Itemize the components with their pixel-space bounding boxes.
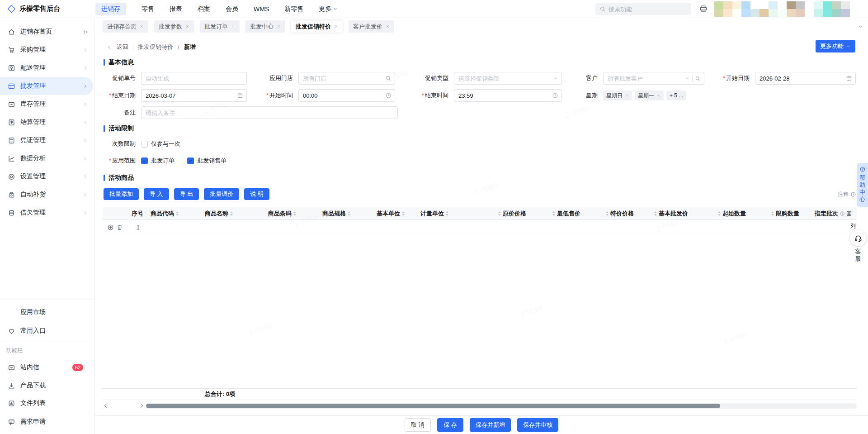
promo-no-input[interactable] (142, 72, 246, 84)
close-icon[interactable] (657, 94, 660, 97)
nav-dangan[interactable]: 档案 (198, 5, 210, 13)
chevron-left-icon[interactable] (107, 44, 112, 50)
remark-input[interactable] (142, 107, 397, 119)
weekday-more-tag[interactable]: + 5 ... (666, 91, 686, 100)
export-button[interactable]: 导 出 (174, 188, 199, 200)
start-time-input[interactable] (299, 90, 395, 101)
save-button[interactable]: 保 存 (437, 418, 463, 432)
save-and-new-button[interactable]: 保存并新增 (470, 418, 511, 432)
sidebar-item-file-list[interactable]: 文件列表 (0, 394, 93, 412)
sort-icon[interactable] (176, 211, 179, 216)
end-time-input[interactable] (454, 90, 561, 101)
col-measure-unit[interactable]: 计量单位 (417, 210, 467, 218)
close-icon[interactable] (625, 94, 629, 97)
checkbox-label[interactable]: 批发销售单 (197, 157, 226, 165)
tab-wholesale-center[interactable]: 批发中心 (245, 20, 285, 33)
sidebar-item-wholesale[interactable]: 批发管理 (0, 77, 93, 95)
tab-wholesale-params[interactable]: 批发参数 (154, 20, 194, 33)
sort-icon[interactable] (552, 211, 555, 216)
close-icon[interactable] (185, 24, 189, 29)
save-and-audit-button[interactable]: 保存并审核 (517, 418, 558, 432)
help-center-tab[interactable]: 帮助中心 (857, 163, 868, 207)
sort-icon[interactable] (293, 211, 296, 216)
sidebar-item-request[interactable]: 需求申请 (0, 413, 93, 431)
sort-icon[interactable] (230, 211, 233, 216)
chevron-down-icon[interactable] (684, 76, 690, 81)
sidebar-collapse-icon[interactable] (82, 29, 89, 35)
nav-jinxiaocun[interactable]: 进销存 (95, 3, 126, 15)
sidebar-item-app-market[interactable]: 应用市场 (0, 303, 93, 321)
checkbox-label[interactable]: 仅参与一次 (151, 140, 180, 148)
instructions-button[interactable]: 说 明 (244, 188, 269, 200)
close-icon[interactable] (277, 24, 281, 29)
info-icon[interactable] (840, 211, 845, 216)
more-functions-button[interactable]: 更多功能 (816, 40, 855, 52)
col-start-qty[interactable]: 起始数量 (692, 210, 750, 218)
customer-service-widget[interactable]: 客服 (849, 230, 867, 262)
scrollbar-track[interactable] (146, 403, 857, 409)
col-original-price[interactable]: 原价价格 (467, 210, 530, 218)
chevron-down-icon[interactable] (553, 76, 558, 81)
breadcrumb-parent[interactable]: 批发促销特价 (138, 43, 173, 51)
sidebar-item-favorites[interactable]: 常用入口 (0, 322, 93, 340)
nav-huiyuan[interactable]: 会员 (226, 5, 238, 13)
printer-icon[interactable] (699, 4, 708, 14)
times-limit-checkbox[interactable] (141, 141, 148, 148)
col-product-name[interactable]: 商品名称 (201, 210, 264, 218)
annotation-toggle[interactable]: 注释 (838, 191, 856, 198)
tab-wholesale-promo-price[interactable]: 批发促销特价 (291, 20, 343, 33)
nav-xinlingshou[interactable]: 新零售 (284, 5, 303, 13)
weekday-tag[interactable]: 星期一 (635, 91, 664, 100)
calendar-icon[interactable] (846, 75, 852, 81)
global-search[interactable] (595, 3, 691, 15)
scrollbar-thumb[interactable] (146, 404, 720, 408)
nav-more[interactable]: 更多 (319, 5, 338, 13)
nav-lingshou[interactable]: 零售 (142, 5, 154, 13)
sidebar-item-analytics[interactable]: 数据分析 (0, 149, 93, 167)
batch-price-adjust-button[interactable]: 批量调价 (204, 188, 239, 200)
close-icon[interactable] (386, 24, 390, 29)
col-spec[interactable]: 商品规格 (319, 210, 373, 218)
sort-icon[interactable] (348, 211, 350, 216)
sort-icon[interactable] (771, 211, 774, 216)
sidebar-item-home[interactable]: 进销存首页 (0, 23, 93, 41)
sort-icon[interactable] (718, 211, 721, 216)
clock-icon[interactable] (552, 92, 558, 99)
tab-jinxiaocun-home[interactable]: 进销存首页 (103, 20, 148, 33)
store-input[interactable] (299, 72, 395, 84)
col-base-unit[interactable]: 基本单位 (373, 210, 417, 218)
sidebar-item-debt[interactable]: 借欠管理 (0, 204, 93, 222)
scroll-left-icon[interactable] (103, 403, 108, 409)
col-special-price[interactable]: 特价价格 (584, 210, 637, 218)
col-product-code[interactable]: 商品代码 (147, 210, 201, 218)
clock-icon[interactable] (385, 92, 392, 99)
col-limit-qty[interactable]: 限购数量 (750, 210, 803, 218)
add-row-icon[interactable] (107, 224, 114, 231)
start-date-input[interactable] (755, 72, 855, 84)
promo-type-select[interactable] (454, 72, 561, 84)
close-icon[interactable] (334, 24, 338, 29)
cancel-button[interactable]: 取 消 (405, 418, 431, 432)
sidebar-item-messages[interactable]: 站内信 62 (0, 358, 93, 377)
sidebar-item-inventory[interactable]: 库存管理 (0, 95, 93, 113)
search-input[interactable] (609, 6, 676, 13)
tab-customer-wholesale-price[interactable]: 客户批发价 (349, 20, 394, 33)
search-icon[interactable] (385, 75, 392, 81)
delete-row-icon[interactable] (116, 224, 123, 231)
sidebar-item-voucher[interactable]: 凭证管理 (0, 131, 93, 149)
nav-baobiao[interactable]: 报表 (170, 5, 182, 13)
scope-wholesale-order-checkbox[interactable] (141, 157, 148, 164)
sidebar-item-purchase[interactable]: 采购管理 (0, 41, 93, 59)
search-icon[interactable] (695, 76, 701, 81)
column-settings-button[interactable] (846, 210, 856, 217)
back-link[interactable]: 返回 (117, 43, 128, 51)
close-icon[interactable] (140, 24, 144, 29)
sidebar-item-settlement[interactable]: 结算管理 (0, 113, 93, 131)
col-base-wholesale-price[interactable]: 基本批发价 (637, 210, 692, 218)
calendar-icon[interactable] (237, 92, 243, 99)
nav-wms[interactable]: WMS (254, 5, 269, 13)
sort-icon[interactable] (654, 211, 657, 216)
sort-icon[interactable] (498, 211, 501, 216)
app-logo[interactable]: 乐檬零售后台 (7, 5, 60, 13)
end-date-input[interactable] (142, 90, 246, 101)
